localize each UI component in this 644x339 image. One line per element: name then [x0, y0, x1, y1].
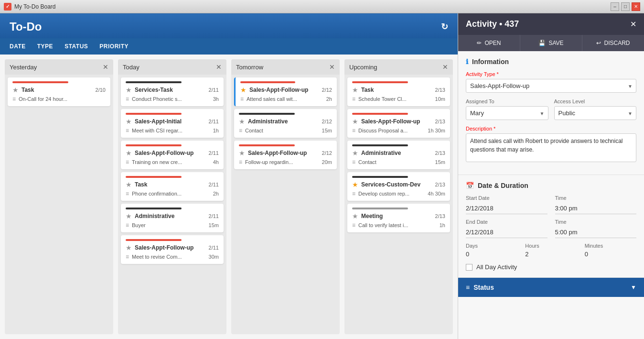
star-icon[interactable]: ★ [126, 181, 132, 188]
days-value: 0 [466, 251, 517, 258]
star-icon[interactable]: ★ [352, 118, 358, 125]
col-close-yesterday[interactable]: ✕ [103, 63, 108, 71]
card-subtitle: Attend sales call wit... [247, 96, 323, 102]
end-date-value[interactable]: 2/12/2018 [466, 227, 547, 238]
card-time: 1h [440, 222, 445, 228]
table-row[interactable]: ★ Sales-Appt-Follow-up 2/12 ≡ Attend sal… [234, 77, 337, 106]
filter-priority[interactable]: PRIORITY [99, 41, 129, 52]
minutes-label: Minutes [585, 243, 636, 249]
activity-title: Activity • 437 [466, 19, 519, 29]
window-close-button[interactable]: ✕ [632, 2, 640, 11]
star-icon[interactable]: ★ [352, 86, 358, 94]
hours-field: Hours 2 [525, 243, 577, 258]
star-icon[interactable]: ★ [240, 86, 247, 94]
open-button[interactable]: ✏ OPEN [458, 35, 520, 51]
card-subtitle: Buyer [132, 222, 206, 228]
table-row[interactable]: ★ Services-Task 2/11 ≡ Conduct Phonetic … [121, 77, 224, 106]
list-icon: ≡ [239, 127, 242, 134]
col-close-upcoming[interactable]: ✕ [442, 63, 448, 71]
refresh-button[interactable]: ↻ [441, 22, 448, 32]
save-button[interactable]: 💾 SAVE [520, 35, 582, 51]
end-time-field: Time 5:00 pm [555, 219, 637, 238]
priority-bar [126, 239, 182, 241]
star-icon[interactable]: ★ [12, 86, 19, 94]
table-row[interactable]: ★ Task 2/13 ≡ Schedule Tower Cl... 10m [347, 77, 450, 106]
activity-type-select[interactable]: Sales-Appt-Follow-up Task Administrative… [466, 79, 636, 93]
filter-status[interactable]: STATUS [64, 41, 88, 52]
start-date-row: Start Date 2/12/2018 Time 3:00 pm [466, 195, 636, 214]
filter-date[interactable]: DATE [10, 41, 26, 52]
table-row[interactable]: ★ Administrative 2/12 ≡ Contact 15m [234, 109, 337, 138]
minimize-button[interactable]: – [611, 2, 619, 11]
star-icon[interactable]: ★ [126, 86, 132, 94]
table-row[interactable]: ★ Sales-Appt-Initial 2/11 ≡ Meet with CS… [121, 109, 224, 138]
information-header: ℹ Information [466, 58, 636, 66]
card-top-row: ★ Sales-Appt-Follow-up 2/12 [239, 149, 332, 157]
app-icon: ✓ [4, 3, 11, 11]
col-close-today[interactable]: ✕ [216, 63, 222, 71]
col-cards-tomorrow: ★ Sales-Appt-Follow-up 2/12 ≡ Attend sal… [231, 75, 340, 334]
card-subtitle: Conduct Phonetic s... [132, 96, 210, 102]
star-icon[interactable]: ★ [352, 181, 358, 188]
column-today: Today ✕ ★ Services-Task 2/11 ≡ Conduct P… [118, 59, 226, 334]
card-top-row: ★ Sales-Appt-Follow-up 2/12 [240, 86, 332, 94]
col-close-tomorrow[interactable]: ✕ [329, 63, 335, 71]
table-row[interactable]: ★ Task 2/10 ≡ On-Call for 24 hour... [8, 77, 110, 106]
col-label-today: Today [123, 64, 140, 71]
status-section[interactable]: ≡ Status ▼ [458, 278, 644, 297]
star-icon[interactable]: ★ [239, 149, 245, 157]
star-icon[interactable]: ★ [352, 212, 358, 220]
list-icon: ≡ [126, 127, 129, 134]
table-row[interactable]: ★ Sales-Appt-Follow-up 2/12 ≡ Follow-up … [234, 141, 337, 169]
priority-bar [352, 144, 408, 146]
card-subtitle: Follow-up regardin... [245, 159, 319, 165]
col-label-upcoming: Upcoming [349, 64, 377, 71]
table-row[interactable]: ★ Administrative 2/11 ≡ Buyer 15m [121, 204, 224, 232]
access-level-select[interactable]: Public Private [554, 106, 637, 120]
table-row[interactable]: ★ Services-Custom-Dev 2/13 ≡ Develop cus… [347, 172, 450, 201]
days-label: Days [466, 243, 517, 249]
priority-bar [240, 81, 295, 83]
table-row[interactable]: ★ Sales-Appt-Follow-up 2/11 ≡ Training o… [121, 141, 224, 169]
restore-button[interactable]: □ [621, 2, 630, 11]
activity-close-button[interactable]: ✕ [630, 20, 636, 29]
card-time: 3h [213, 96, 219, 102]
priority-bar [352, 208, 408, 209]
all-day-checkbox[interactable] [466, 264, 472, 271]
card-title: Task [361, 87, 432, 93]
star-icon[interactable]: ★ [126, 244, 132, 252]
table-row[interactable]: ★ Task 2/11 ≡ Phone confirmation... 2h [121, 172, 224, 201]
column-tomorrow: Tomorrow ✕ ★ Sales-Appt-Follow-up 2/12 ≡… [231, 59, 340, 334]
priority-bar [239, 144, 295, 146]
card-title: Sales-Appt-Follow-up [248, 150, 319, 156]
list-icon: ≡ [352, 96, 355, 102]
table-row[interactable]: ★ Administrative 2/13 ≡ Contact 15m [347, 141, 450, 169]
priority-bar [126, 208, 182, 209]
star-icon[interactable]: ★ [126, 118, 132, 125]
table-row[interactable]: ★ Sales-Appt-Follow-up 2/13 ≡ Discuss Pr… [347, 109, 450, 138]
assigned-to-select[interactable]: Mary John Robert Sarah [466, 106, 548, 120]
window-controls: – □ ✕ [611, 2, 640, 11]
end-time-value[interactable]: 5:00 pm [555, 227, 637, 238]
start-date-value[interactable]: 2/12/2018 [466, 203, 547, 214]
column-upcoming: Upcoming ✕ ★ Task 2/13 ≡ Schedule Tower … [344, 59, 453, 334]
card-title: Sales-Appt-Follow-up [361, 118, 432, 125]
all-day-label: All Day Activity [476, 263, 517, 271]
start-date-label: Start Date [466, 195, 547, 201]
all-day-row: All Day Activity [466, 263, 636, 271]
description-value[interactable]: Attend sales call with Robert to provide… [466, 133, 636, 162]
star-icon[interactable]: ★ [352, 149, 358, 157]
minutes-field: Minutes 0 [585, 243, 636, 258]
star-icon[interactable]: ★ [126, 212, 132, 220]
discard-button[interactable]: ↩ DISCARD [582, 35, 644, 51]
filter-type[interactable]: TYPE [37, 41, 53, 52]
table-row[interactable]: ★ Meeting 2/13 ≡ Call to verify latest i… [347, 204, 450, 232]
table-row[interactable]: ★ Sales-Appt-Follow-up 2/11 ≡ Meet to re… [121, 235, 224, 264]
card-bottom-row: ≡ Develop custom rep... 4h 30m [352, 190, 445, 197]
card-top-row: ★ Sales-Appt-Follow-up 2/11 [126, 244, 219, 252]
star-icon[interactable]: ★ [239, 118, 245, 125]
start-date-field: Start Date 2/12/2018 [466, 195, 547, 214]
star-icon[interactable]: ★ [126, 149, 132, 157]
card-subtitle: Call to verify latest i... [358, 222, 437, 228]
start-time-value[interactable]: 3:00 pm [555, 203, 637, 214]
